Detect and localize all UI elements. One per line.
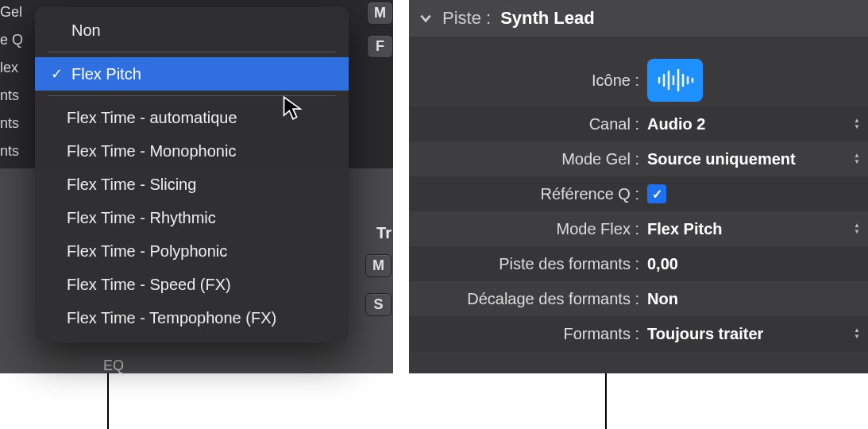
- disclosure-chevron-down-icon[interactable]: [419, 11, 433, 25]
- formants-value[interactable]: Toujours traiter ▲▼: [647, 325, 868, 343]
- menu-item-label: Flex Time - Polyphonic: [65, 238, 336, 264]
- menu-item-label: Flex Pitch: [70, 61, 336, 87]
- flex-mode-item-none[interactable]: Non: [35, 14, 349, 47]
- menu-item-label: Flex Time - automatique: [65, 105, 336, 130]
- flex-time-group: Flex Time - automatique Flex Time - Mono…: [35, 101, 349, 334]
- flex-value[interactable]: Flex Pitch ▲▼: [647, 220, 868, 238]
- mute-button-lower[interactable]: M: [365, 254, 392, 277]
- flex-mode-item[interactable]: Flex Time - Polyphonic: [35, 234, 349, 268]
- popup-arrows-icon: ▲▼: [854, 327, 860, 340]
- left-sidebar-label-fragments: Gel e Q lex nts nts nts: [0, 0, 23, 160]
- flex-mode-item[interactable]: Flex Time - Slicing: [35, 168, 349, 201]
- left-top-buttons: M F: [367, 0, 393, 58]
- inspector-row-formant-track: Piste des formants : 0,00: [409, 246, 868, 281]
- menu-item-label: Flex Time - Rhythmic: [65, 205, 336, 230]
- value-text: 0,00: [647, 255, 678, 273]
- eq-label: EQ: [103, 358, 124, 374]
- flex-mode-item-flex-pitch[interactable]: ✓ Flex Pitch: [35, 57, 349, 91]
- track-inspector-panel: Piste : Synth Lead Icône :: [409, 0, 868, 373]
- mute-button[interactable]: M: [367, 2, 393, 25]
- popup-arrows-icon: ▲▼: [854, 222, 860, 235]
- popup-arrows-icon: ▲▼: [854, 153, 860, 165]
- checkmark-icon: ✓: [51, 63, 70, 86]
- sidebar-frag: Gel: [0, 4, 23, 21]
- value-text: Flex Pitch: [647, 220, 722, 238]
- left-panel: Gel e Q lex nts nts nts M F Tr M S EQ No…: [0, 0, 393, 373]
- sidebar-frag: nts: [0, 115, 23, 132]
- sidebar-frag: lex: [0, 60, 23, 76]
- menu-item-label: Non: [70, 17, 336, 43]
- value-text: Toujours traiter: [647, 325, 763, 343]
- inspector-row-flex: Mode Flex : Flex Pitch ▲▼: [409, 211, 868, 246]
- row-label: Icône :: [409, 72, 647, 90]
- inspector-row-refq: Référence Q : ✓: [409, 176, 868, 211]
- inspector-row-icon: Icône :: [409, 54, 868, 106]
- popup-arrows-icon: ▲▼: [854, 118, 860, 130]
- menu-item-label: Flex Time - Tempophone (FX): [65, 305, 336, 330]
- menu-item-label: Flex Time - Slicing: [65, 172, 336, 197]
- menu-item-label: Flex Time - Speed (FX): [65, 272, 336, 297]
- flex-mode-popup: Non ✓ Flex Pitch Flex Time - automatique…: [35, 7, 349, 342]
- left-lower-buttons: M S: [365, 254, 392, 316]
- formant-shift-value[interactable]: Non: [647, 290, 868, 308]
- flex-mode-item[interactable]: Flex Time - automatique: [35, 101, 349, 134]
- refq-checkbox[interactable]: ✓: [647, 184, 666, 203]
- flex-mode-item[interactable]: Flex Time - Speed (FX): [35, 268, 349, 301]
- track-waveform-icon[interactable]: [647, 59, 703, 102]
- inspector-row-formants: Formants : Toujours traiter ▲▼: [409, 316, 868, 351]
- value-text: Source uniquement: [647, 150, 796, 168]
- inspector-rows: Icône :: [409, 37, 868, 351]
- inspector-header-label: Piste :: [442, 8, 491, 29]
- menu-separator: [48, 95, 336, 96]
- inspector-row-gel: Mode Gel : Source uniquement ▲▼: [409, 141, 868, 176]
- flex-mode-item[interactable]: Flex Time - Rhythmic: [35, 201, 349, 234]
- inspector-header[interactable]: Piste : Synth Lead: [409, 0, 868, 37]
- value-text: Audio 2: [647, 115, 705, 133]
- row-label: Mode Flex :: [409, 220, 647, 238]
- row-label: Décalage des formants :: [409, 290, 647, 308]
- row-value[interactable]: [647, 59, 868, 102]
- gel-value[interactable]: Source uniquement ▲▼: [647, 150, 868, 168]
- row-label: Référence Q :: [409, 185, 647, 203]
- callout-line-right: [605, 373, 607, 429]
- callout-line-left: [107, 373, 109, 429]
- sidebar-frag: e Q: [0, 32, 23, 48]
- value-text: Non: [647, 290, 678, 308]
- flex-mode-item[interactable]: Flex Time - Tempophone (FX): [35, 301, 349, 334]
- row-label: Canal :: [409, 115, 647, 133]
- menu-separator: [48, 52, 336, 52]
- solo-button[interactable]: S: [365, 293, 392, 316]
- row-label: Formants :: [409, 325, 647, 343]
- canal-value[interactable]: Audio 2 ▲▼: [647, 115, 868, 133]
- flex-mode-item[interactable]: Flex Time - Monophonic: [35, 134, 349, 168]
- flex-button[interactable]: F: [367, 35, 393, 58]
- formant-track-value[interactable]: 0,00: [647, 255, 868, 273]
- row-label: Piste des formants :: [409, 255, 647, 273]
- refq-value[interactable]: ✓: [647, 184, 868, 203]
- inspector-row-canal: Canal : Audio 2 ▲▼: [409, 106, 868, 141]
- sidebar-frag: nts: [0, 87, 23, 104]
- sidebar-frag: nts: [0, 143, 23, 160]
- menu-item-label: Flex Time - Monophonic: [65, 138, 336, 164]
- track-name: Synth Lead: [500, 8, 595, 29]
- track-section-label: Tr: [376, 224, 392, 242]
- inspector-row-formant-shift: Décalage des formants : Non: [409, 281, 868, 316]
- row-label: Mode Gel :: [409, 150, 647, 168]
